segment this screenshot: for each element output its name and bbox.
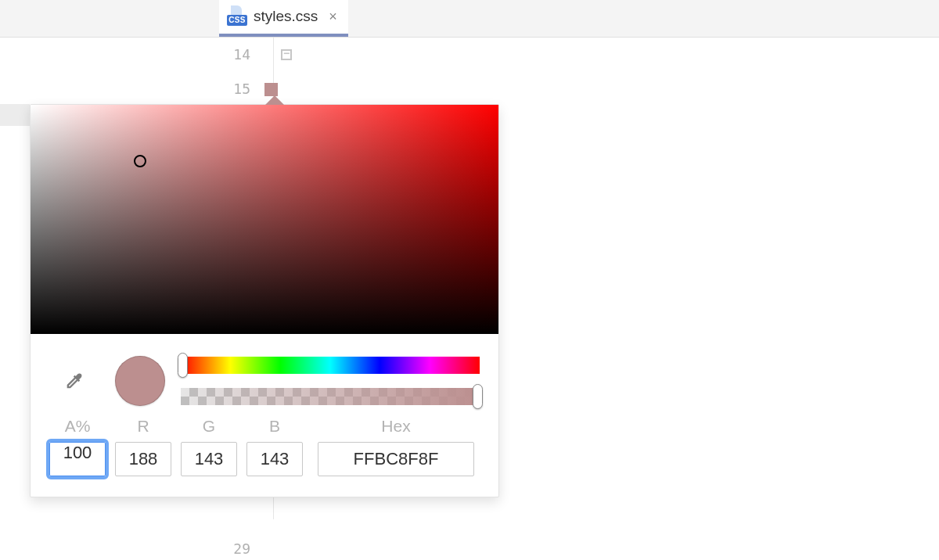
eyedropper-icon <box>63 370 85 392</box>
alpha-thumb-icon[interactable] <box>473 384 483 409</box>
hex-input[interactable] <box>318 442 474 476</box>
editor-tab[interactable]: CSS styles.css × <box>219 0 348 37</box>
selection-highlight <box>0 104 30 126</box>
tab-filename: styles.css <box>254 8 318 25</box>
r-input[interactable] <box>115 442 171 476</box>
fold-toggle-icon[interactable] <box>281 49 292 60</box>
sliders <box>181 357 480 405</box>
b-label: B <box>269 417 280 436</box>
color-swatch-icon[interactable] <box>264 83 278 96</box>
current-color-swatch <box>115 356 165 406</box>
alpha-input[interactable]: 100 <box>49 442 106 476</box>
r-label: R <box>137 417 149 436</box>
spacer <box>0 0 219 37</box>
popup-arrow-icon <box>265 95 284 105</box>
saturation-value-field[interactable] <box>31 105 498 334</box>
close-icon[interactable]: × <box>324 9 337 25</box>
g-label: G <box>203 417 215 436</box>
line-number: 14 <box>219 38 250 72</box>
alpha-slider[interactable] <box>181 388 480 405</box>
tab-bar: CSS styles.css × <box>0 0 939 38</box>
css-file-icon: CSS <box>227 7 247 26</box>
color-picker-popup: A% 100 R G B Hex <box>30 104 499 497</box>
line-number: 29 <box>219 540 263 557</box>
css-badge-text: CSS <box>227 15 247 26</box>
hue-slider[interactable] <box>181 357 480 374</box>
hex-label: Hex <box>381 417 410 436</box>
g-input[interactable] <box>181 442 237 476</box>
eyedropper-button[interactable] <box>49 356 99 406</box>
sv-cursor-icon[interactable] <box>134 155 146 167</box>
line-number: 15 <box>219 72 250 106</box>
b-input[interactable] <box>246 442 303 476</box>
picker-controls <box>31 334 498 414</box>
alpha-label: A% <box>65 417 91 436</box>
hue-thumb-icon[interactable] <box>178 353 188 378</box>
color-value-row: A% 100 R G B Hex <box>31 414 498 497</box>
